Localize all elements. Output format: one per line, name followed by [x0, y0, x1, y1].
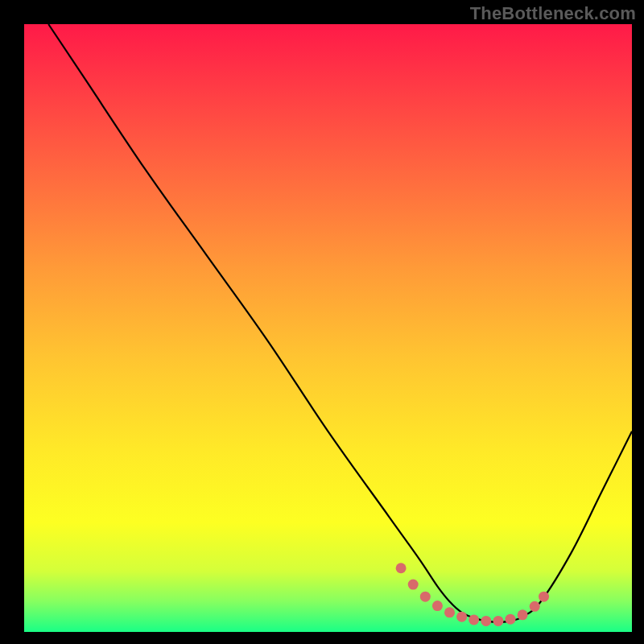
flat-dot	[420, 592, 431, 602]
flat-dot	[444, 607, 455, 617]
flat-dot	[469, 614, 479, 625]
flat-dot	[518, 609, 528, 620]
flat-dot	[456, 612, 467, 622]
flat-dot	[530, 601, 540, 612]
flat-dot	[481, 616, 491, 626]
flat-dot	[506, 614, 516, 625]
watermark-text: TheBottleneck.com	[470, 3, 636, 24]
chart-svg	[0, 0, 644, 644]
flat-dot	[408, 580, 419, 590]
flat-dot	[493, 616, 503, 626]
flat-dot	[432, 601, 443, 611]
bottleneck-chart: TheBottleneck.com	[0, 0, 644, 644]
flat-dot	[396, 563, 407, 573]
flat-dot	[539, 592, 549, 602]
plot-area	[24, 24, 632, 632]
